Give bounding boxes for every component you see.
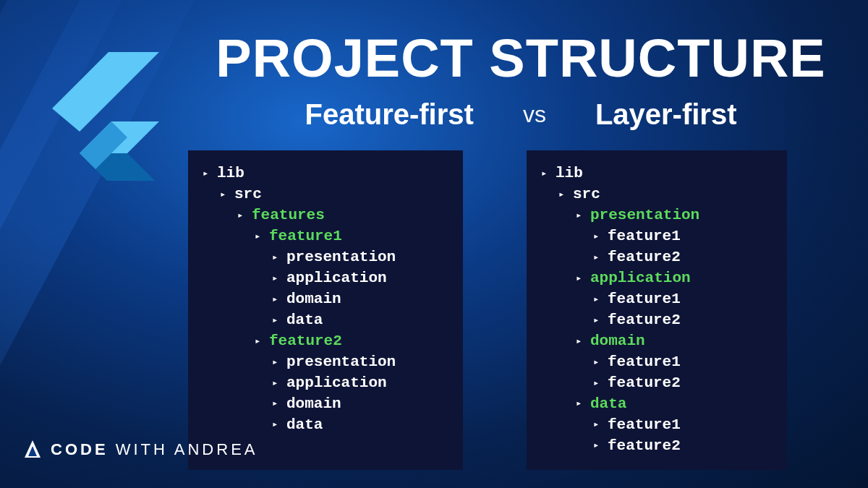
tree-item: ▸domain — [203, 289, 438, 310]
chevron-right-icon: ▸ — [272, 251, 282, 265]
tree-label: feature2 — [608, 436, 681, 457]
tree-label: application — [286, 268, 387, 289]
chevron-right-icon: ▸ — [576, 335, 586, 348]
flutter-logo-icon — [29, 29, 159, 181]
tree-item: ▸application — [541, 268, 762, 289]
tree-item: ▸presentation — [541, 205, 762, 226]
chevron-right-icon: ▸ — [576, 397, 586, 411]
tree-item: ▸presentation — [203, 352, 438, 373]
subtitle-left: Feature-first — [305, 98, 473, 131]
footer-with: WITH — [116, 440, 168, 458]
footer-andrea: ANDREA — [174, 440, 258, 458]
chevron-right-icon: ▸ — [593, 439, 603, 453]
chevron-right-icon: ▸ — [593, 314, 603, 328]
chevron-right-icon: ▸ — [593, 251, 603, 265]
tree-label: domain — [286, 394, 341, 415]
chevron-right-icon: ▸ — [593, 356, 603, 369]
tree-label: feature1 — [608, 226, 681, 247]
tree-item: ▸feature1 — [203, 226, 438, 247]
tree-label: presentation — [590, 205, 699, 226]
tree-item: ▸feature1 — [541, 352, 762, 373]
tree-label: feature2 — [608, 373, 681, 394]
chevron-right-icon: ▸ — [272, 397, 282, 411]
tree-label: feature1 — [608, 289, 681, 310]
tree-item: ▸domain — [203, 394, 438, 415]
tree-label: lib — [217, 163, 244, 184]
tree-label: data — [286, 310, 323, 331]
chevron-right-icon: ▸ — [593, 230, 603, 244]
tree-label: features — [252, 205, 325, 226]
chevron-right-icon: ▸ — [237, 209, 247, 223]
chevron-right-icon: ▸ — [593, 377, 603, 390]
brand-logo-icon — [23, 439, 42, 461]
tree-item: ▸feature2 — [541, 373, 762, 394]
tree-label: presentation — [286, 247, 396, 268]
tree-item: ▸src — [541, 184, 762, 205]
tree-label: application — [286, 373, 387, 394]
tree-label: feature2 — [608, 310, 681, 331]
panels-container: ▸lib▸src▸features▸feature1▸presentation▸… — [188, 150, 787, 470]
tree-label: data — [590, 394, 626, 415]
chevron-right-icon: ▸ — [272, 272, 282, 286]
chevron-right-icon: ▸ — [558, 188, 569, 202]
chevron-right-icon: ▸ — [272, 356, 282, 369]
tree-label: domain — [286, 289, 341, 310]
tree-label: feature2 — [608, 247, 681, 268]
chevron-right-icon: ▸ — [593, 418, 603, 432]
tree-item: ▸src — [203, 184, 438, 205]
tree-label: presentation — [286, 352, 396, 373]
tree-item: ▸data — [203, 415, 438, 436]
tree-item: ▸feature1 — [541, 226, 762, 247]
chevron-right-icon: ▸ — [255, 335, 265, 348]
chevron-right-icon: ▸ — [203, 167, 213, 181]
chevron-right-icon: ▸ — [576, 272, 586, 286]
chevron-right-icon: ▸ — [220, 188, 230, 202]
tree-item: ▸lib — [541, 163, 762, 184]
footer-code: CODE — [51, 440, 109, 458]
tree-item: ▸application — [203, 268, 438, 289]
tree-label: domain — [590, 331, 645, 352]
tree-item: ▸feature2 — [541, 310, 762, 331]
tree-item: ▸lib — [203, 163, 438, 184]
chevron-right-icon: ▸ — [593, 293, 603, 307]
tree-label: src — [234, 184, 262, 205]
tree-item: ▸feature1 — [541, 289, 762, 310]
tree-label: data — [286, 415, 323, 436]
tree-label: feature1 — [269, 226, 342, 247]
chevron-right-icon: ▸ — [272, 314, 282, 328]
subtitle-right: Layer-first — [595, 98, 737, 131]
tree-item: ▸domain — [541, 331, 762, 352]
tree-label: lib — [556, 163, 583, 184]
subtitle-row: Feature-first vs Layer-first — [188, 98, 854, 131]
tree-label: src — [573, 184, 600, 205]
svg-marker-0 — [52, 52, 159, 132]
brand-footer: CODE WITH ANDREA — [23, 439, 258, 461]
tree-item: ▸application — [203, 373, 438, 394]
chevron-right-icon: ▸ — [272, 377, 282, 390]
feature-first-panel: ▸lib▸src▸features▸feature1▸presentation▸… — [188, 150, 463, 470]
tree-item: ▸features — [203, 205, 438, 226]
tree-item: ▸data — [541, 394, 762, 415]
tree-label: feature1 — [608, 352, 681, 373]
page-title: PROJECT STRUCTURE — [188, 27, 854, 89]
tree-item: ▸presentation — [203, 247, 438, 268]
tree-item: ▸feature2 — [203, 331, 438, 352]
chevron-right-icon: ▸ — [541, 167, 551, 181]
chevron-right-icon: ▸ — [272, 418, 282, 432]
chevron-right-icon: ▸ — [255, 230, 265, 244]
tree-item: ▸feature2 — [541, 247, 762, 268]
tree-item: ▸feature1 — [541, 415, 762, 436]
tree-item: ▸feature2 — [541, 436, 762, 457]
layer-first-panel: ▸lib▸src▸presentation▸feature1▸feature2▸… — [527, 150, 787, 470]
chevron-right-icon: ▸ — [576, 209, 586, 223]
tree-label: feature2 — [269, 331, 342, 352]
tree-item: ▸data — [203, 310, 438, 331]
subtitle-vs: vs — [523, 101, 546, 128]
tree-label: feature1 — [608, 415, 681, 436]
chevron-right-icon: ▸ — [272, 293, 282, 307]
tree-label: application — [590, 268, 691, 289]
